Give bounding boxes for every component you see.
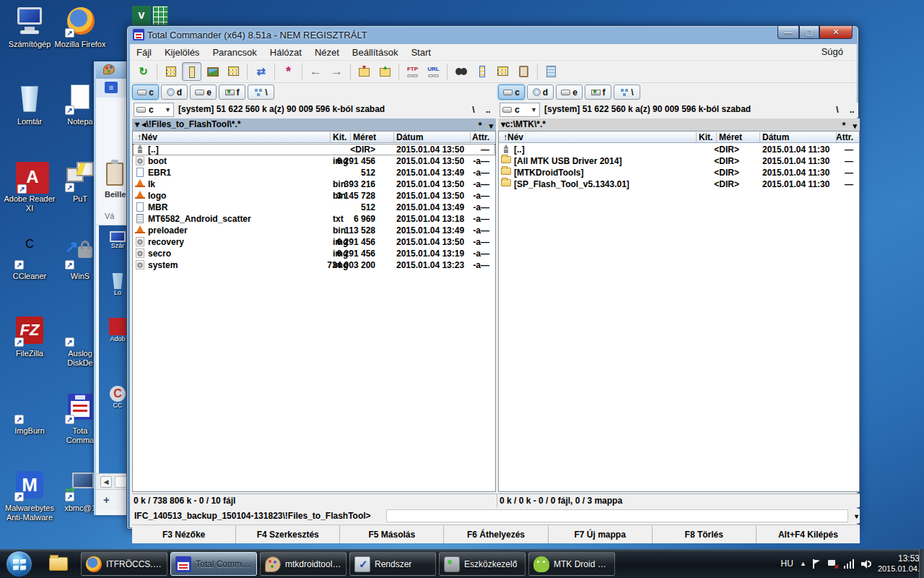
paste-clipboard-icon[interactable] bbox=[106, 163, 123, 186]
sync-dirs-icon[interactable] bbox=[493, 62, 513, 81]
paint-horizontal-scrollbar[interactable]: ◀ bbox=[96, 473, 129, 489]
parent-dir-button[interactable]: .. bbox=[845, 103, 858, 117]
dir-menu-star[interactable]: * bbox=[842, 120, 845, 131]
taskbar-button-android[interactable]: MTK Droid Roo... bbox=[528, 552, 615, 576]
explorer-taskbar-button[interactable] bbox=[42, 552, 75, 575]
drive-button-c[interactable]: c bbox=[132, 85, 159, 100]
paint-window[interactable]: ≡ Beille Vá SzárLoAdobCCC ◀ + bbox=[94, 61, 129, 515]
fkey-f6[interactable]: F6 Áthelyezés bbox=[444, 525, 548, 543]
column-header-attr[interactable]: Attr. bbox=[472, 132, 489, 142]
refresh-icon[interactable]: ↻ bbox=[134, 62, 153, 81]
command-history-dropdown-icon[interactable]: ▾ bbox=[855, 512, 858, 520]
menu-kijelölés[interactable]: Kijelölés bbox=[158, 47, 206, 58]
action-center-flag-icon[interactable] bbox=[813, 559, 821, 569]
show-desktop-button[interactable] bbox=[919, 549, 924, 578]
menu-parancsok[interactable]: Parancsok bbox=[206, 47, 263, 58]
left-drive-select[interactable]: c▼ bbox=[134, 103, 174, 117]
column-header-dátum[interactable]: Dátum bbox=[396, 132, 423, 142]
left-path-bar[interactable]: ▾ ◂\!Files_to_FlashTool\*.**▾ bbox=[132, 118, 496, 131]
menu-nézet[interactable]: Nézet bbox=[308, 47, 346, 58]
file-row[interactable]: recoveryimg6 291 4562015.01.04 13:50-a— bbox=[133, 236, 495, 248]
menu-sugo[interactable]: Súgó bbox=[815, 46, 850, 57]
file-row[interactable]: logobin3 145 7282015.01.04 13:50-a— bbox=[133, 190, 495, 202]
scroll-left-arrow-icon[interactable]: ◀ bbox=[100, 476, 112, 488]
desktop-icon-firefox[interactable]: ↗Mozilla Firefox bbox=[49, 6, 111, 49]
menu-start[interactable]: Start bbox=[404, 47, 437, 58]
search-icon[interactable] bbox=[451, 62, 471, 81]
root-dir-button[interactable]: \ bbox=[467, 103, 480, 117]
menu-hálózat[interactable]: Hálózat bbox=[263, 47, 308, 58]
full-view-icon[interactable] bbox=[182, 62, 201, 81]
file-row[interactable]: MBR5122015.01.04 13:49-a— bbox=[133, 202, 495, 213]
file-row[interactable]: systemimg734 003 2002015.01.04 13:23-a— bbox=[133, 259, 495, 271]
command-line-input[interactable] bbox=[386, 509, 848, 522]
paint-menu-icon[interactable]: ≡ bbox=[105, 82, 118, 93]
drive-button-d[interactable]: d bbox=[161, 85, 188, 100]
tray-expand-icon[interactable]: ▲ bbox=[800, 560, 806, 567]
tree-icon[interactable] bbox=[224, 62, 243, 81]
notepad-icon[interactable] bbox=[541, 62, 561, 81]
pack-icon[interactable]: ▾ bbox=[354, 62, 374, 81]
start-button[interactable] bbox=[6, 551, 32, 577]
column-header-név[interactable]: ↑Név bbox=[503, 132, 523, 142]
multi-rename-icon[interactable] bbox=[472, 62, 492, 81]
column-header-kit[interactable]: Kit. bbox=[699, 132, 712, 142]
file-row[interactable]: [All MTK USB Driver 2014]<DIR>2015.01.04… bbox=[499, 155, 859, 167]
language-indicator[interactable]: HU bbox=[781, 558, 793, 569]
fkey-f4[interactable]: F4 Szerkesztés bbox=[236, 525, 340, 543]
file-row[interactable]: [MTKDroidTools]<DIR>2015.01.04 11:30— bbox=[499, 167, 859, 178]
file-row[interactable]: lkbin393 2162015.01.04 13:50-a— bbox=[133, 178, 495, 190]
column-header-kit[interactable]: Kit. bbox=[333, 132, 346, 142]
thumbnails-icon[interactable] bbox=[203, 62, 222, 81]
file-row[interactable]: MT6582_Android_scattertxt6 9692015.01.04… bbox=[133, 213, 495, 225]
fkey-f7[interactable]: F7 Új mappa bbox=[549, 525, 653, 543]
partial-desktop-icon[interactable]: v bbox=[132, 6, 175, 25]
file-row[interactable]: [..]<DIR>2015.01.04 11:30— bbox=[499, 144, 859, 155]
signal-strength-icon[interactable] bbox=[844, 559, 855, 569]
clipboard-icon[interactable] bbox=[514, 62, 533, 81]
network-disconnected-icon[interactable]: × bbox=[827, 559, 837, 569]
maximize-button[interactable]: ▢ bbox=[799, 26, 819, 39]
path-history-dropdown-icon[interactable]: ▾ bbox=[489, 121, 493, 130]
drive-button-f[interactable]: f bbox=[585, 85, 611, 100]
url-icon[interactable]: URL▭▭ bbox=[424, 62, 443, 81]
close-button[interactable]: ✕ bbox=[819, 26, 853, 39]
root-dir-button[interactable]: \ bbox=[831, 103, 844, 117]
right-drive-select[interactable]: c▼ bbox=[500, 103, 540, 117]
back-icon[interactable]: ← bbox=[306, 62, 326, 81]
column-header-attr[interactable]: Attr. bbox=[836, 132, 853, 142]
taskbar-button-firefox[interactable]: ITFRÖCCS.HU | ... bbox=[81, 552, 167, 576]
parent-dir-button[interactable]: .. bbox=[481, 103, 494, 117]
right-path-bar[interactable]: ▾c:\MTK\*.**▾ bbox=[498, 118, 860, 131]
menu-beállítások[interactable]: Beállítások bbox=[346, 47, 405, 58]
brief-view-icon[interactable] bbox=[161, 62, 180, 81]
column-header-név[interactable]: ↑Név bbox=[137, 132, 157, 142]
drive-button-f[interactable]: f bbox=[219, 85, 245, 100]
titlebar[interactable]: Total Commander (x64) 8.51a - NEM REGISZ… bbox=[127, 26, 858, 44]
unpack-icon[interactable]: ▴ bbox=[375, 62, 395, 81]
swap-panels-icon[interactable]: ⇄ bbox=[251, 62, 271, 81]
drive-button-c[interactable]: c bbox=[498, 85, 525, 100]
paint-ribbon-tabs[interactable]: ≡ bbox=[96, 79, 129, 98]
drive-button-network[interactable]: \ bbox=[614, 85, 640, 100]
file-row[interactable]: [SP_Flash_Tool_v5.1343.01]<DIR>2015.01.0… bbox=[499, 178, 859, 190]
taskbar-button-system[interactable]: Rendszer bbox=[349, 552, 436, 576]
forward-icon[interactable]: → bbox=[327, 62, 346, 81]
dir-menu-star[interactable]: * bbox=[478, 120, 481, 131]
taskbar-button-devicemanager[interactable]: Eszközkezelő bbox=[439, 552, 526, 576]
drive-button-e[interactable]: e bbox=[190, 85, 217, 100]
column-header-méret[interactable]: Méret bbox=[719, 132, 742, 142]
minimize-button[interactable]: — bbox=[777, 26, 799, 39]
fkey-altf4[interactable]: Alt+F4 Kilépés bbox=[757, 525, 860, 543]
drive-button-e[interactable]: e bbox=[556, 85, 583, 100]
ftp-connect-icon[interactable]: FTP▭▭ bbox=[403, 62, 422, 81]
taskbar-button-totalcmd[interactable]: Total Comman... bbox=[170, 552, 257, 576]
fkey-f3[interactable]: F3 Nézőke bbox=[132, 525, 236, 543]
menu-fájl[interactable]: Fájl bbox=[130, 47, 158, 58]
taskbar-button-paint[interactable]: mtkdroidtools_... bbox=[260, 552, 346, 576]
file-row[interactable]: [..]<DIR>2015.01.04 13:50— bbox=[133, 144, 495, 155]
file-row[interactable]: EBR15122015.01.04 13:49-a— bbox=[133, 167, 495, 178]
volume-icon[interactable] bbox=[861, 559, 871, 569]
fkey-f5[interactable]: F5 Másolás bbox=[340, 525, 444, 543]
any-filter-icon[interactable]: * bbox=[279, 62, 298, 81]
